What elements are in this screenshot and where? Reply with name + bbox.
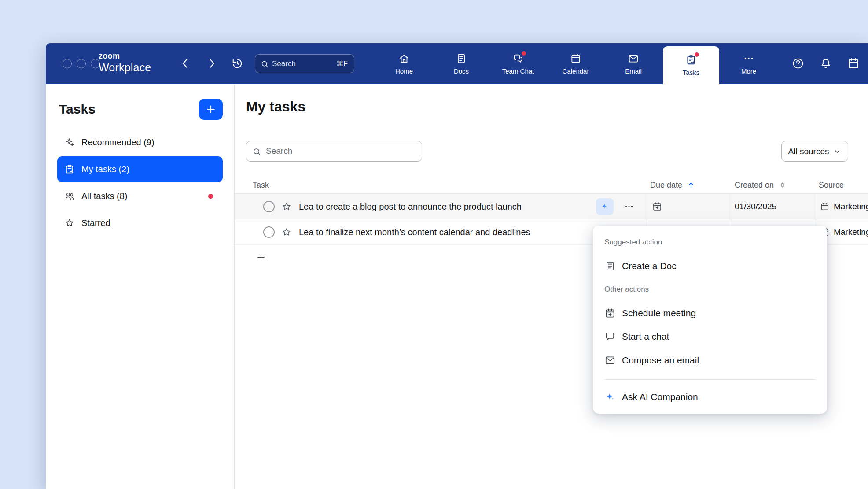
menu-item-ask-ai-companion[interactable]: Ask AI Companion: [599, 385, 821, 408]
column-header-due-date[interactable]: Due date: [650, 176, 695, 194]
plus-icon: [256, 252, 266, 263]
add-task-button[interactable]: [199, 99, 223, 120]
app-window: zoom Workplace ⌘F Home Docs: [46, 43, 868, 489]
source-value: Marketing: [834, 202, 868, 211]
notifications-button[interactable]: [819, 57, 832, 70]
nav-team-chat[interactable]: Team Chat: [493, 43, 543, 84]
column-divider: [814, 194, 814, 219]
chat-bubble-icon: [604, 331, 616, 342]
sidebar-item-label: Recommended (9): [81, 137, 154, 148]
sidebar-item-label: Starred: [81, 218, 110, 228]
global-search[interactable]: ⌘F: [255, 54, 354, 73]
menu-section-header: Suggested action: [604, 238, 662, 247]
calendar-icon: [570, 53, 581, 64]
bell-icon: [819, 57, 832, 70]
nav-home-label: Home: [395, 67, 413, 75]
chevron-right-icon: [205, 57, 218, 70]
menu-item-label: Compose an email: [622, 355, 699, 366]
add-task-inline-button[interactable]: [256, 252, 266, 263]
nav-docs[interactable]: Docs: [437, 43, 486, 84]
calendar-plus-icon: [652, 201, 662, 212]
window-controls[interactable]: [63, 59, 100, 68]
home-icon: [398, 53, 410, 64]
sidebar-item-recommended[interactable]: Recommended (9): [57, 130, 223, 155]
logo-zoom-text: zoom: [99, 52, 151, 61]
global-search-input[interactable]: [272, 55, 325, 73]
menu-section-header: Other actions: [604, 285, 649, 294]
search-shortcut: ⌘F: [336, 59, 348, 68]
ai-sparkle-icon: [604, 391, 616, 403]
menu-item-start-chat[interactable]: Start a chat: [599, 325, 821, 348]
chevron-down-icon: [833, 148, 841, 156]
row-more-button[interactable]: [624, 201, 634, 212]
task-search-input[interactable]: [266, 141, 416, 161]
menu-item-create-doc[interactable]: Create a Doc: [599, 255, 821, 278]
column-header-created-on[interactable]: Created on: [735, 176, 787, 194]
column-divider: [730, 194, 730, 219]
schedule-button[interactable]: [847, 57, 860, 70]
source-cell: Marketing: [820, 219, 868, 245]
sidebar-item-my-tasks[interactable]: My tasks (2): [57, 156, 223, 182]
menu-item-schedule-meeting[interactable]: Schedule meeting: [599, 302, 821, 325]
docs-icon: [456, 53, 467, 64]
nav-calendar-label: Calendar: [563, 67, 589, 75]
source-cell: Marketing: [820, 194, 868, 219]
ellipsis-icon: [624, 201, 634, 212]
column-label: Task: [253, 181, 269, 190]
nav-more[interactable]: More: [724, 43, 773, 84]
clipboard-check-icon: [64, 164, 75, 174]
tasks-unread-badge: [695, 52, 699, 57]
task-checkbox[interactable]: [263, 226, 275, 238]
menu-item-label: Ask AI Companion: [622, 392, 698, 402]
source-value: Marketing: [834, 227, 868, 237]
history-button[interactable]: [231, 57, 244, 70]
star-task-button[interactable]: [281, 201, 292, 212]
nav-tasks-active-tab[interactable]: Tasks: [663, 46, 719, 84]
sidebar-item-all-tasks[interactable]: All tasks (8): [57, 183, 223, 209]
ai-companion-button[interactable]: [596, 198, 614, 215]
nav-tasks-label: Tasks: [683, 69, 699, 76]
sort-both-icon: [778, 181, 787, 189]
team-chat-unread-badge: [522, 51, 526, 56]
star-icon: [281, 201, 292, 212]
nav-team-chat-label: Team Chat: [502, 67, 534, 75]
back-button[interactable]: [179, 57, 192, 70]
window-control-circle[interactable]: [63, 59, 72, 68]
document-icon: [604, 260, 616, 272]
sidebar-header: Tasks: [46, 84, 234, 130]
history-clock-icon: [231, 57, 244, 70]
task-search[interactable]: [246, 141, 422, 162]
calendar-icon: [820, 202, 830, 211]
menu-item-compose-email[interactable]: Compose an email: [599, 349, 821, 372]
nav-email-label: Email: [625, 67, 642, 75]
table-header: Task Due date Created on Source: [235, 176, 868, 194]
sort-ascending-icon: [687, 181, 695, 189]
nav-docs-label: Docs: [454, 67, 469, 75]
sidebar-title: Tasks: [59, 102, 96, 117]
more-ellipsis-icon: [743, 53, 754, 64]
star-task-button[interactable]: [281, 227, 292, 237]
plus-icon: [205, 104, 217, 115]
search-icon: [252, 147, 261, 156]
task-row[interactable]: Lea to create a blog post to announce th…: [235, 194, 868, 219]
sidebar-item-label: All tasks (8): [81, 191, 127, 201]
calendar-icon: [847, 57, 860, 70]
column-header-task: Task: [253, 176, 269, 194]
source-filter-dropdown[interactable]: All sources: [781, 141, 848, 162]
help-button[interactable]: [791, 57, 805, 70]
column-header-source: Source: [819, 176, 844, 194]
forward-button[interactable]: [205, 57, 218, 70]
menu-item-label: Create a Doc: [622, 261, 677, 271]
window-control-circle[interactable]: [77, 59, 86, 68]
task-checkbox[interactable]: [263, 201, 275, 212]
sidebar-item-starred[interactable]: Starred: [57, 210, 223, 236]
created-on-value: 01/30/2025: [735, 194, 776, 219]
nav-home[interactable]: Home: [379, 43, 429, 84]
column-label: Created on: [735, 181, 774, 190]
menu-divider: [604, 379, 816, 380]
add-due-date-button[interactable]: [652, 201, 662, 212]
nav-email[interactable]: Email: [609, 43, 658, 84]
envelope-icon: [604, 355, 616, 366]
column-label: Source: [819, 181, 844, 190]
nav-calendar[interactable]: Calendar: [551, 43, 600, 84]
